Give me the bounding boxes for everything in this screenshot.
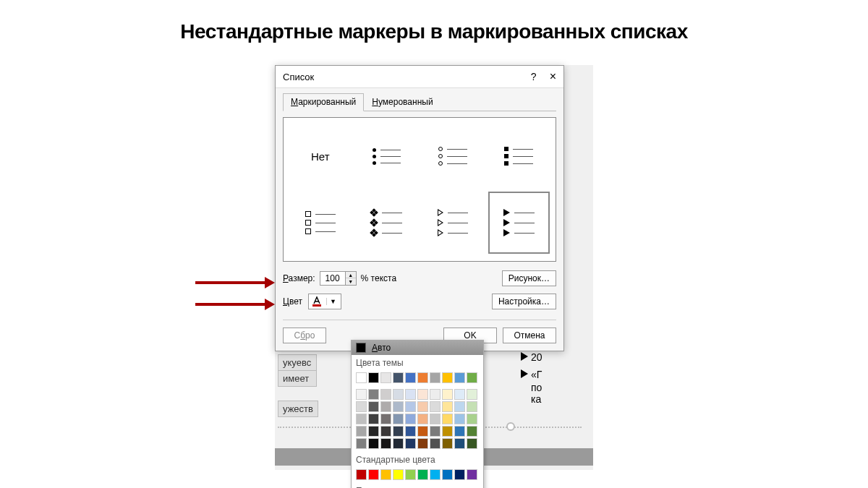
color-swatch[interactable]	[442, 438, 453, 449]
color-swatch[interactable]	[393, 438, 404, 449]
color-swatch[interactable]	[430, 372, 441, 383]
color-swatch[interactable]	[380, 469, 391, 480]
bg-marker-circle	[506, 422, 515, 431]
color-swatch[interactable]	[368, 389, 379, 400]
color-swatch[interactable]	[393, 426, 404, 437]
color-swatch[interactable]	[454, 426, 465, 437]
color-swatch[interactable]	[454, 469, 465, 480]
settings-button[interactable]: Настройка…	[492, 294, 556, 309]
auto-swatch-icon	[356, 343, 366, 353]
color-swatch[interactable]	[380, 438, 391, 449]
color-swatch[interactable]	[380, 372, 391, 383]
color-swatch[interactable]	[454, 389, 465, 400]
color-swatch[interactable]	[405, 426, 416, 437]
color-swatch[interactable]	[356, 372, 367, 383]
bullet-option-diamond4[interactable]	[356, 192, 418, 254]
color-swatch[interactable]	[442, 469, 453, 480]
bullet-option-arrow-filled[interactable]	[488, 192, 550, 254]
color-swatch[interactable]	[430, 469, 441, 480]
color-swatch[interactable]	[467, 438, 477, 449]
reset-button[interactable]: Сбро	[283, 328, 326, 343]
color-swatch[interactable]	[442, 414, 453, 424]
color-auto-row[interactable]: Авто	[352, 341, 483, 355]
color-swatch[interactable]	[368, 426, 379, 437]
color-swatch[interactable]	[356, 438, 367, 449]
bullet-option-open-square[interactable]	[289, 192, 352, 254]
color-swatch[interactable]	[467, 401, 477, 412]
color-swatch[interactable]	[467, 389, 477, 400]
color-swatch[interactable]	[380, 389, 391, 400]
color-swatch[interactable]	[356, 426, 367, 437]
color-swatch[interactable]	[380, 426, 391, 437]
bullet-option-square[interactable]	[488, 125, 550, 187]
bg-text-fragment: укуевс	[278, 354, 317, 371]
color-swatch[interactable]	[467, 426, 477, 437]
color-swatch[interactable]	[467, 469, 477, 480]
page-title: Нестандартные маркеры в маркированных сп…	[0, 20, 868, 43]
color-swatch[interactable]	[417, 469, 428, 480]
size-up-icon[interactable]: ▲	[346, 272, 356, 278]
callout-arrow-size	[195, 279, 275, 286]
color-swatch[interactable]	[405, 401, 416, 412]
color-swatch[interactable]	[405, 389, 416, 400]
color-swatch[interactable]	[368, 401, 379, 412]
tab-bulleted[interactable]: Маркированный	[283, 93, 364, 111]
color-swatch[interactable]	[393, 372, 404, 383]
color-swatch[interactable]	[430, 426, 441, 437]
color-swatch[interactable]	[454, 372, 465, 383]
color-swatch[interactable]	[356, 414, 367, 424]
color-swatch[interactable]	[356, 401, 367, 412]
color-swatch[interactable]	[356, 469, 367, 480]
size-spinner[interactable]: ▲ ▼	[320, 271, 357, 286]
bullet-option-dot[interactable]	[356, 125, 418, 187]
color-swatch[interactable]	[467, 372, 477, 383]
color-swatch[interactable]	[393, 414, 404, 424]
color-swatch[interactable]	[430, 414, 441, 424]
color-picker-button[interactable]: ▼	[308, 294, 341, 309]
color-swatch[interactable]	[356, 389, 367, 400]
color-swatch[interactable]	[454, 401, 465, 412]
callout-arrow-color	[195, 301, 275, 308]
color-swatch[interactable]	[417, 372, 428, 383]
size-input[interactable]	[320, 272, 345, 285]
color-swatch[interactable]	[405, 438, 416, 449]
color-swatch[interactable]	[442, 401, 453, 412]
close-icon[interactable]: ×	[550, 70, 556, 83]
color-swatch[interactable]	[393, 401, 404, 412]
color-swatch[interactable]	[417, 426, 428, 437]
bullet-option-circle[interactable]	[422, 125, 484, 187]
color-swatch[interactable]	[417, 389, 428, 400]
color-swatch[interactable]	[368, 438, 379, 449]
bullet-option-arrow-open[interactable]	[422, 192, 484, 254]
tab-numbered[interactable]: Нумерованный	[364, 93, 441, 111]
color-swatch[interactable]	[467, 414, 477, 424]
color-swatch[interactable]	[442, 372, 453, 383]
color-swatch[interactable]	[405, 372, 416, 383]
color-swatch[interactable]	[442, 426, 453, 437]
color-swatch[interactable]	[454, 438, 465, 449]
color-swatch[interactable]	[368, 372, 379, 383]
color-swatch[interactable]	[393, 469, 404, 480]
color-swatch[interactable]	[454, 414, 465, 424]
color-swatch[interactable]	[405, 469, 416, 480]
color-swatch[interactable]	[368, 414, 379, 424]
color-swatch[interactable]	[430, 389, 441, 400]
help-icon[interactable]: ?	[531, 71, 537, 82]
bullet-option-none[interactable]: Нет	[289, 125, 352, 187]
picture-button[interactable]: Рисунок…	[502, 270, 556, 286]
color-swatch[interactable]	[368, 469, 379, 480]
size-down-icon[interactable]: ▼	[346, 278, 356, 285]
color-swatch[interactable]	[430, 401, 441, 412]
color-swatch[interactable]	[417, 401, 428, 412]
color-swatch[interactable]	[393, 389, 404, 400]
chevron-down-icon: ▼	[326, 298, 339, 305]
cancel-button[interactable]: Отмена	[503, 328, 556, 343]
color-swatch[interactable]	[405, 414, 416, 424]
color-swatch[interactable]	[417, 438, 428, 449]
color-swatch[interactable]	[442, 389, 453, 400]
bg-list-item: ка	[531, 393, 541, 405]
color-swatch[interactable]	[417, 414, 428, 424]
color-swatch[interactable]	[380, 401, 391, 412]
color-swatch[interactable]	[430, 438, 441, 449]
color-swatch[interactable]	[380, 414, 391, 424]
